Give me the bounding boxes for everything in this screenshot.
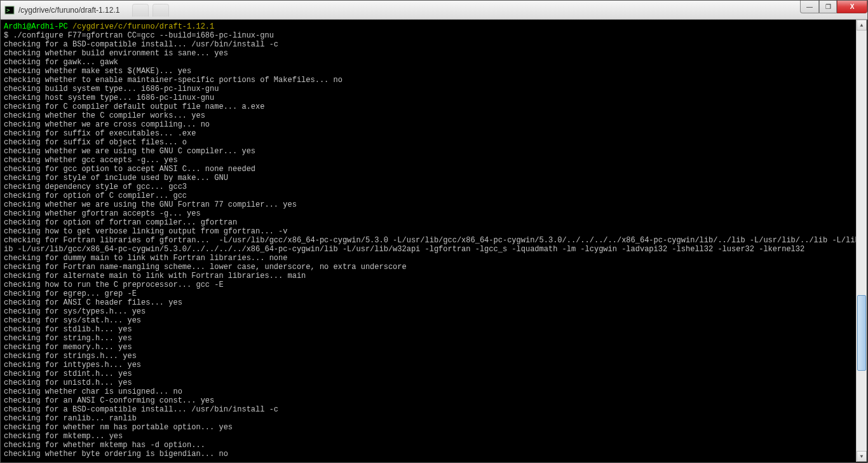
close-button[interactable]: X	[837, 1, 867, 13]
prompt-path: /cygdrive/c/furuno/draft-1.12.1	[72, 22, 214, 31]
scroll-down-arrow[interactable]: ▼	[857, 451, 867, 462]
prompt-symbol: $	[4, 31, 8, 40]
background-tabs	[132, 4, 169, 17]
command-text: ./configure F77=gfortran CC=gcc --build=…	[13, 31, 273, 40]
background-tab	[132, 4, 149, 17]
terminal-output[interactable]: Ardhi@Ardhi-PC /cygdrive/c/furuno/draft-…	[1, 20, 867, 462]
vertical-scrollbar[interactable]: ▲ ▼	[856, 20, 867, 462]
scroll-up-arrow[interactable]: ▲	[857, 20, 867, 31]
window-title: /cygdrive/c/furuno/draft-1.12.1	[18, 6, 119, 15]
window-controls: — ❐ X	[800, 1, 867, 13]
terminal-window: > /cygdrive/c/furuno/draft-1.12.1 — ❐ X …	[0, 0, 868, 463]
svg-text:>: >	[6, 7, 10, 13]
scrollbar-track[interactable]	[857, 31, 867, 451]
prompt-user: Ardhi@Ardhi-PC	[4, 22, 68, 31]
titlebar[interactable]: > /cygdrive/c/furuno/draft-1.12.1 — ❐ X	[1, 1, 867, 20]
minimize-button[interactable]: —	[800, 1, 819, 13]
background-tab	[153, 4, 169, 17]
app-icon: >	[4, 5, 15, 15]
output-lines: checking for a BSD-compatible install...…	[4, 40, 867, 459]
maximize-button[interactable]: ❐	[819, 1, 837, 13]
scrollbar-thumb[interactable]	[857, 295, 866, 371]
